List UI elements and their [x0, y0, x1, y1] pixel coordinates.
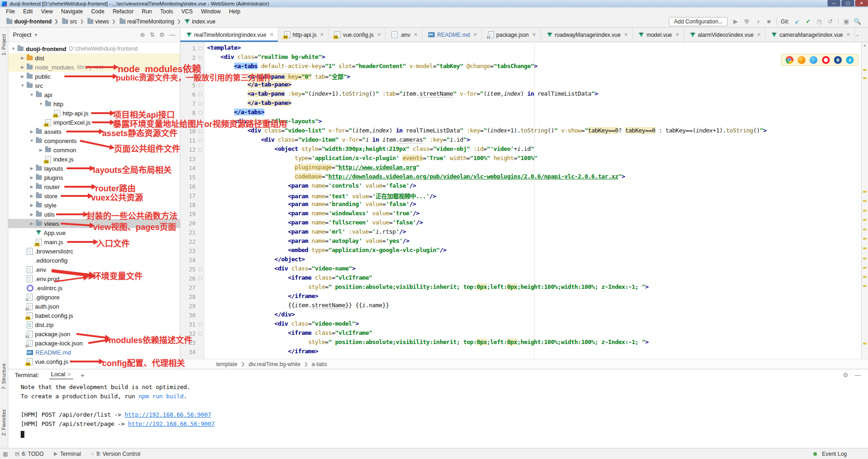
chevron-down-icon[interactable]: ▼	[39, 102, 43, 106]
tree-item-auth-json[interactable]: auth.json	[8, 302, 180, 311]
breadcrumb-item-src[interactable]: src❯	[60, 18, 84, 25]
close-icon[interactable]: ✕	[377, 32, 381, 38]
breadcrumb-item-realtimemonitoring[interactable]: realTimeMonitoring❯	[118, 18, 181, 25]
tree-item-src[interactable]: ▼src	[8, 81, 180, 90]
close-icon[interactable]: ✕	[675, 32, 679, 38]
chevron-right-icon[interactable]: ▶	[20, 65, 25, 69]
git-update-icon[interactable]: ↙	[793, 18, 801, 25]
warning-mark[interactable]	[863, 229, 867, 230]
fold-marker[interactable]	[199, 75, 202, 78]
statusbar-event-log[interactable]: Event Log	[813, 451, 847, 457]
chevron-right-icon[interactable]: ▶	[29, 129, 34, 134]
chevron-down-icon[interactable]: ▼	[11, 46, 16, 51]
editor-tab-realtimemonitoring-index-vue[interactable]: realTimeMonitoring\index.vue✕	[180, 28, 278, 42]
fold-marker[interactable]	[199, 93, 202, 96]
close-icon[interactable]: ✕	[414, 32, 418, 38]
editor-tab-readme-md[interactable]: README.md✕	[422, 28, 482, 42]
tree-item-components[interactable]: ▼components	[8, 136, 180, 145]
close-icon[interactable]: ✕	[757, 32, 761, 38]
warning-mark[interactable]	[863, 343, 867, 344]
editor-tab-cameramanage-index-vue[interactable]: cameraManage\index.vue✕	[765, 28, 855, 42]
close-icon[interactable]: ✕	[67, 372, 71, 377]
tree-item-babel-config-js[interactable]: babel.config.js	[8, 311, 180, 320]
tree-item-index-js[interactable]: index.js	[8, 155, 180, 164]
chevron-right-icon[interactable]: ▶	[29, 203, 34, 207]
editor-breadcrumb-a-tabs[interactable]: a-tabs	[312, 361, 327, 367]
tree-item-eslintrc-js[interactable]: .eslintrc.js	[8, 283, 180, 293]
fold-marker[interactable]	[199, 130, 202, 133]
editor-tab-model-vue[interactable]: model.vue✕	[632, 28, 684, 42]
tool-stripe-project[interactable]: 1: Project	[1, 34, 6, 55]
stop-icon[interactable]: ■	[765, 18, 773, 25]
tree-item-http[interactable]: ▼http	[8, 99, 180, 109]
tree-item-store[interactable]: ▶store	[8, 191, 180, 201]
chrome-icon[interactable]	[786, 56, 793, 64]
breadcrumb-item-duoji-frontend[interactable]: duoji-frontend❯	[5, 18, 58, 25]
tree-item-browserslistrc[interactable]: .browserslistrc	[8, 247, 180, 256]
scroll-up-icon[interactable]: ▲	[863, 43, 867, 47]
menu-view[interactable]: View	[37, 8, 57, 15]
safari-icon[interactable]	[810, 56, 817, 64]
tab-list-dropdown-icon[interactable]: ⌄	[856, 28, 868, 42]
maximize-button[interactable]: ▢	[841, 0, 854, 6]
warning-mark[interactable]	[863, 219, 867, 221]
git-commit-icon[interactable]: ✔	[804, 18, 812, 25]
warning-mark[interactable]	[863, 267, 867, 269]
warning-mark[interactable]	[863, 191, 867, 193]
collapse-all-icon[interactable]: ⇅	[149, 31, 155, 38]
close-icon[interactable]: ✕	[320, 32, 324, 38]
tree-item-views[interactable]: ▶views	[8, 219, 180, 228]
new-terminal-button[interactable]: +	[80, 371, 85, 379]
chevron-right-icon[interactable]: ▶	[29, 221, 34, 226]
error-stripe[interactable]: ▲	[861, 42, 868, 359]
tree-item-http-api-js[interactable]: http-api.js	[8, 109, 180, 118]
tree-item-common[interactable]: ▶common	[8, 145, 180, 155]
tree-item-router[interactable]: ▶router	[8, 182, 180, 191]
warning-mark[interactable]	[863, 200, 867, 202]
chevron-right-icon[interactable]: ▶	[20, 56, 25, 60]
locate-icon[interactable]: ⊕	[140, 31, 145, 38]
tree-item-duoji-frontend[interactable]: ▼duoji-frontendD:\zheheWeb\duoji-fronten…	[8, 44, 180, 53]
tool-window-switcher-icon[interactable]: ▦	[3, 451, 10, 457]
menu-edit[interactable]: Edit	[19, 8, 37, 15]
fold-marker[interactable]	[199, 65, 202, 69]
menu-code[interactable]: Code	[87, 8, 109, 15]
close-icon[interactable]: ✕	[624, 32, 628, 38]
editor-tab-vue-config-js[interactable]: vue.config.js✕	[328, 28, 385, 42]
warning-mark[interactable]	[863, 69, 867, 71]
terminal-link[interactable]: http://192.168.66.56:9007	[128, 420, 214, 427]
git-history-icon[interactable]: ◷	[815, 18, 823, 25]
fold-marker[interactable]	[199, 56, 202, 59]
menu-window[interactable]: Window	[197, 8, 225, 15]
tree-item-public[interactable]: ▶public	[8, 72, 180, 81]
editor-breadcrumb-div-realtime-bg-white[interactable]: div.realTime.bg-white	[248, 361, 300, 367]
run-anything-icon[interactable]: ▣	[842, 18, 851, 25]
close-icon[interactable]: ✕	[473, 32, 477, 38]
tree-item-assets[interactable]: ▶assets	[8, 127, 180, 136]
menu-refactor[interactable]: Refactor	[109, 8, 138, 15]
tree-item-plugins[interactable]: ▶plugins	[8, 173, 180, 182]
chevron-down-icon[interactable]: ▼	[29, 92, 34, 97]
close-icon[interactable]: ✕	[846, 32, 851, 38]
menu-navigate[interactable]: Navigate	[57, 8, 87, 15]
terminal-link[interactable]: http://192.168.66.56:9007	[125, 411, 211, 418]
fold-marker[interactable]	[199, 139, 202, 142]
fold-marker[interactable]	[199, 323, 202, 326]
project-panel-header[interactable]: Project ▼ ⊕⇅⚙—	[8, 28, 180, 42]
fold-marker[interactable]	[199, 148, 202, 151]
tree-item-editorconfig[interactable]: .editorconfig	[8, 256, 180, 265]
breadcrumb-item-views[interactable]: views❯	[86, 18, 115, 25]
warning-mark[interactable]	[863, 276, 867, 278]
chevron-right-icon[interactable]: ▶	[29, 166, 34, 171]
fold-marker[interactable]	[199, 268, 202, 271]
breadcrumb-item-index-vue[interactable]: index.vue	[183, 18, 215, 25]
chevron-right-icon[interactable]: ▶	[29, 184, 34, 189]
editor-tab-env[interactable]: .env✕	[385, 28, 422, 42]
tree-item-dist-zip[interactable]: dist.zip	[8, 320, 180, 329]
warning-mark[interactable]	[863, 247, 867, 249]
terminal-tab-local[interactable]: Local✕	[49, 371, 73, 379]
fold-marker[interactable]	[199, 47, 202, 50]
tree-item-importexcel-js[interactable]: importExcel.js	[8, 118, 180, 127]
fold-marker[interactable]	[199, 332, 202, 335]
firefox-icon[interactable]	[798, 56, 805, 64]
